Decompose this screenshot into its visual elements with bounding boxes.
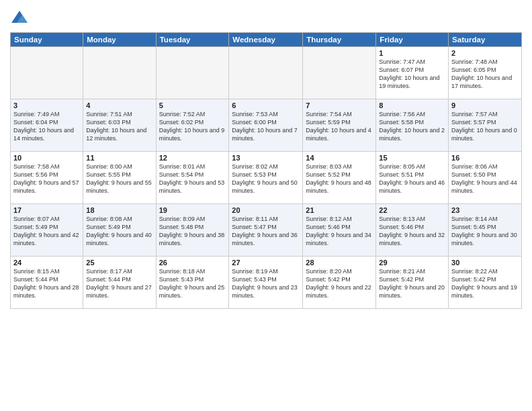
page: SundayMondayTuesdayWednesdayThursdayFrid… — [0, 0, 532, 411]
calendar-week-2: 3Sunrise: 7:49 AM Sunset: 6:04 PM Daylig… — [11, 99, 522, 152]
calendar-cell: 22Sunrise: 8:13 AM Sunset: 5:46 PM Dayli… — [376, 204, 449, 257]
day-info: Sunrise: 8:06 AM Sunset: 5:50 PM Dayligh… — [451, 163, 519, 195]
day-number: 20 — [232, 206, 300, 214]
calendar-cell: 3Sunrise: 7:49 AM Sunset: 6:04 PM Daylig… — [11, 99, 83, 152]
day-number: 8 — [379, 101, 445, 109]
day-number: 17 — [13, 206, 80, 214]
day-info: Sunrise: 7:58 AM Sunset: 5:56 PM Dayligh… — [13, 163, 80, 195]
day-number: 26 — [159, 259, 226, 267]
calendar-cell: 2Sunrise: 7:48 AM Sunset: 6:05 PM Daylig… — [449, 47, 522, 99]
calendar-header-wednesday: Wednesday — [229, 33, 303, 47]
calendar-cell: 1Sunrise: 7:47 AM Sunset: 6:07 PM Daylig… — [376, 47, 449, 99]
day-info: Sunrise: 7:53 AM Sunset: 6:00 PM Dayligh… — [232, 110, 300, 143]
calendar-cell: 4Sunrise: 7:51 AM Sunset: 6:03 PM Daylig… — [83, 99, 156, 152]
day-info: Sunrise: 8:14 AM Sunset: 5:45 PM Dayligh… — [451, 215, 519, 248]
day-info: Sunrise: 8:21 AM Sunset: 5:42 PM Dayligh… — [379, 267, 445, 300]
day-number: 18 — [86, 206, 152, 214]
calendar-cell: 15Sunrise: 8:05 AM Sunset: 5:51 PM Dayli… — [376, 152, 449, 204]
day-info: Sunrise: 8:11 AM Sunset: 5:47 PM Dayligh… — [232, 215, 300, 248]
day-number: 11 — [86, 154, 152, 162]
calendar-cell: 12Sunrise: 8:01 AM Sunset: 5:54 PM Dayli… — [156, 152, 229, 204]
calendar-cell: 16Sunrise: 8:06 AM Sunset: 5:50 PM Dayli… — [449, 152, 522, 204]
calendar-header-monday: Monday — [83, 33, 156, 47]
day-info: Sunrise: 7:52 AM Sunset: 6:02 PM Dayligh… — [159, 110, 226, 143]
logo — [10, 9, 32, 28]
day-info: Sunrise: 7:48 AM Sunset: 6:05 PM Dayligh… — [451, 58, 519, 91]
day-info: Sunrise: 8:02 AM Sunset: 5:53 PM Dayligh… — [232, 163, 300, 195]
day-info: Sunrise: 8:15 AM Sunset: 5:44 PM Dayligh… — [13, 267, 80, 300]
day-info: Sunrise: 8:17 AM Sunset: 5:44 PM Dayligh… — [86, 267, 152, 300]
calendar-header-tuesday: Tuesday — [156, 33, 229, 47]
day-info: Sunrise: 8:12 AM Sunset: 5:46 PM Dayligh… — [306, 215, 373, 248]
day-info: Sunrise: 8:18 AM Sunset: 5:43 PM Dayligh… — [159, 267, 226, 300]
day-info: Sunrise: 7:51 AM Sunset: 6:03 PM Dayligh… — [86, 110, 152, 143]
day-info: Sunrise: 8:19 AM Sunset: 5:43 PM Dayligh… — [232, 267, 300, 300]
calendar-cell: 17Sunrise: 8:07 AM Sunset: 5:49 PM Dayli… — [11, 204, 83, 257]
day-info: Sunrise: 7:49 AM Sunset: 6:04 PM Dayligh… — [13, 110, 80, 143]
day-info: Sunrise: 8:22 AM Sunset: 5:42 PM Dayligh… — [451, 267, 519, 300]
day-number: 29 — [379, 259, 445, 267]
day-number: 22 — [379, 206, 445, 214]
calendar-week-1: 1Sunrise: 7:47 AM Sunset: 6:07 PM Daylig… — [11, 47, 522, 99]
header — [10, 7, 522, 28]
calendar-cell: 5Sunrise: 7:52 AM Sunset: 6:02 PM Daylig… — [156, 99, 229, 152]
calendar-cell: 9Sunrise: 7:57 AM Sunset: 5:57 PM Daylig… — [449, 99, 522, 152]
calendar-header-thursday: Thursday — [303, 33, 376, 47]
day-info: Sunrise: 7:56 AM Sunset: 5:58 PM Dayligh… — [379, 110, 445, 143]
calendar-cell: 29Sunrise: 8:21 AM Sunset: 5:42 PM Dayli… — [376, 257, 449, 309]
calendar-cell: 28Sunrise: 8:20 AM Sunset: 5:42 PM Dayli… — [303, 257, 376, 309]
day-number: 23 — [451, 206, 519, 214]
day-info: Sunrise: 8:08 AM Sunset: 5:49 PM Dayligh… — [86, 215, 152, 248]
calendar-header-saturday: Saturday — [449, 33, 522, 47]
calendar-cell — [156, 47, 229, 99]
day-number: 7 — [306, 101, 373, 109]
day-number: 1 — [379, 49, 445, 57]
logo-icon — [10, 9, 29, 28]
day-info: Sunrise: 7:47 AM Sunset: 6:07 PM Dayligh… — [379, 58, 445, 91]
day-info: Sunrise: 8:00 AM Sunset: 5:55 PM Dayligh… — [86, 163, 152, 195]
day-number: 27 — [232, 259, 300, 267]
calendar-cell — [11, 47, 83, 99]
calendar-cell — [303, 47, 376, 99]
calendar-cell: 30Sunrise: 8:22 AM Sunset: 5:42 PM Dayli… — [449, 257, 522, 309]
day-number: 5 — [159, 101, 226, 109]
day-number: 6 — [232, 101, 300, 109]
day-number: 24 — [13, 259, 80, 267]
day-info: Sunrise: 8:01 AM Sunset: 5:54 PM Dayligh… — [159, 163, 226, 195]
day-info: Sunrise: 8:13 AM Sunset: 5:46 PM Dayligh… — [379, 215, 445, 248]
calendar-cell: 11Sunrise: 8:00 AM Sunset: 5:55 PM Dayli… — [83, 152, 156, 204]
calendar-cell: 23Sunrise: 8:14 AM Sunset: 5:45 PM Dayli… — [449, 204, 522, 257]
calendar-cell: 27Sunrise: 8:19 AM Sunset: 5:43 PM Dayli… — [229, 257, 303, 309]
calendar-cell: 20Sunrise: 8:11 AM Sunset: 5:47 PM Dayli… — [229, 204, 303, 257]
day-number: 30 — [451, 259, 519, 267]
day-number: 21 — [306, 206, 373, 214]
day-number: 2 — [451, 49, 519, 57]
calendar-cell: 14Sunrise: 8:03 AM Sunset: 5:52 PM Dayli… — [303, 152, 376, 204]
day-number: 25 — [86, 259, 152, 267]
calendar-header-sunday: Sunday — [11, 33, 83, 47]
calendar-header-row: SundayMondayTuesdayWednesdayThursdayFrid… — [11, 33, 522, 47]
calendar-cell: 21Sunrise: 8:12 AM Sunset: 5:46 PM Dayli… — [303, 204, 376, 257]
day-info: Sunrise: 7:57 AM Sunset: 5:57 PM Dayligh… — [451, 110, 519, 143]
day-number: 13 — [232, 154, 300, 162]
day-number: 14 — [306, 154, 373, 162]
day-number: 15 — [379, 154, 445, 162]
calendar-cell: 7Sunrise: 7:54 AM Sunset: 5:59 PM Daylig… — [303, 99, 376, 152]
calendar-week-5: 24Sunrise: 8:15 AM Sunset: 5:44 PM Dayli… — [11, 257, 522, 309]
calendar-cell: 26Sunrise: 8:18 AM Sunset: 5:43 PM Dayli… — [156, 257, 229, 309]
day-number: 28 — [306, 259, 373, 267]
calendar-cell: 6Sunrise: 7:53 AM Sunset: 6:00 PM Daylig… — [229, 99, 303, 152]
day-info: Sunrise: 7:54 AM Sunset: 5:59 PM Dayligh… — [306, 110, 373, 143]
day-number: 16 — [451, 154, 519, 162]
calendar-cell: 19Sunrise: 8:09 AM Sunset: 5:48 PM Dayli… — [156, 204, 229, 257]
day-info: Sunrise: 8:09 AM Sunset: 5:48 PM Dayligh… — [159, 215, 226, 248]
calendar-cell — [83, 47, 156, 99]
calendar-cell: 13Sunrise: 8:02 AM Sunset: 5:53 PM Dayli… — [229, 152, 303, 204]
calendar-table: SundayMondayTuesdayWednesdayThursdayFrid… — [10, 32, 522, 309]
day-number: 19 — [159, 206, 226, 214]
day-info: Sunrise: 8:20 AM Sunset: 5:42 PM Dayligh… — [306, 267, 373, 300]
calendar-cell: 24Sunrise: 8:15 AM Sunset: 5:44 PM Dayli… — [11, 257, 83, 309]
day-number: 9 — [451, 101, 519, 109]
calendar-cell: 8Sunrise: 7:56 AM Sunset: 5:58 PM Daylig… — [376, 99, 449, 152]
calendar-cell: 10Sunrise: 7:58 AM Sunset: 5:56 PM Dayli… — [11, 152, 83, 204]
